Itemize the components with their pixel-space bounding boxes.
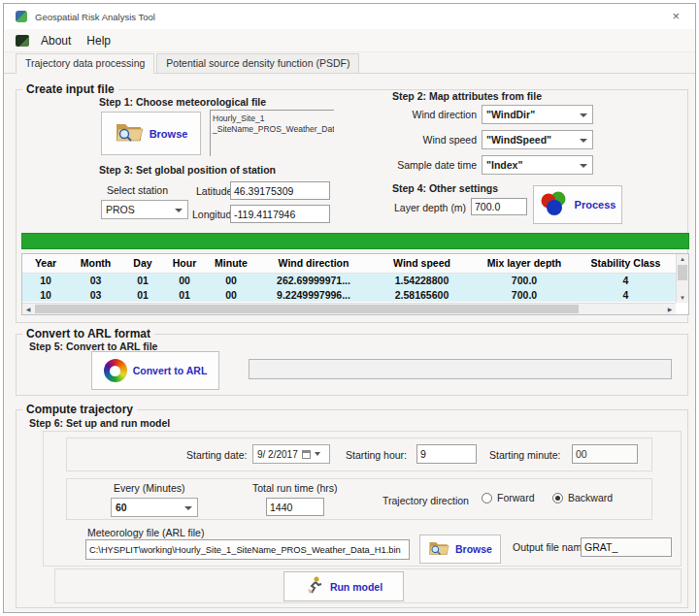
run-model-button[interactable]: Run model: [283, 571, 404, 601]
table-cell: 4: [576, 287, 676, 302]
chevron-down-icon: [315, 452, 320, 456]
close-icon[interactable]: ×: [664, 7, 687, 26]
menu-about[interactable]: About: [33, 32, 79, 49]
about-menu-icon: [16, 35, 29, 47]
table-cell: 00: [163, 273, 206, 287]
sample-date-time-selected-value: "Index": [486, 159, 522, 171]
file-name-line1: Hourly_Site_1: [213, 113, 332, 124]
total-run-time-label: Total run time (hrs): [252, 482, 338, 494]
layer-depth-label: Layer depth (m): [394, 202, 466, 213]
step6-title: Step 6: Set up and run model: [29, 417, 170, 429]
radio-forward[interactable]: Forward: [482, 492, 535, 503]
station-select[interactable]: PROS: [101, 200, 188, 219]
latitude-label: Latitude: [196, 185, 232, 197]
starting-hour-field[interactable]: [416, 444, 477, 464]
scroll-left-icon[interactable]: ◀: [22, 304, 34, 314]
table-cell: 262.69999971...: [256, 273, 371, 287]
processing-progress-bar: [21, 233, 689, 249]
chevron-down-icon: [184, 506, 192, 510]
folder-search-icon: [115, 120, 144, 146]
process-button-label: Process: [575, 199, 616, 211]
column-header: Month: [69, 254, 122, 273]
chevron-down-icon: [175, 209, 183, 212]
tab-trajectory-data-processing[interactable]: Trajectory data processing: [16, 53, 154, 74]
radio-backward[interactable]: Backward: [552, 492, 613, 503]
column-header: Mix layer depth: [473, 254, 576, 273]
run-model-button-label: Run model: [330, 581, 383, 593]
chevron-down-icon: [580, 113, 587, 117]
column-header: Day: [122, 254, 163, 273]
layer-depth-field[interactable]: [471, 198, 527, 215]
every-minutes-label: Every (Minutes): [114, 482, 185, 494]
table-cell: 1.54228800: [371, 273, 473, 287]
starting-date-label: Starting date:: [186, 449, 247, 461]
step4-title: Step 4: Other settings: [392, 182, 498, 194]
horizontal-scrollbar[interactable]: ◀ ▶: [22, 303, 676, 314]
convert-progress-bar: [249, 359, 672, 379]
table-cell: 00: [206, 273, 256, 287]
table-cell: 03: [69, 273, 122, 287]
app-icon: [16, 11, 27, 22]
table-cell: 700.0: [473, 287, 576, 302]
meteorology-file-label: Meteorology file (ARL file): [87, 527, 204, 538]
sample-date-time-label: Sample date time: [373, 159, 477, 171]
backward-radio-label: Backward: [568, 492, 613, 503]
vertical-scroll-thumb[interactable]: [678, 265, 687, 280]
column-header: Hour: [163, 254, 206, 273]
table-cell: 01: [122, 273, 163, 287]
scroll-right-icon[interactable]: ▶: [664, 304, 676, 314]
wind-direction-select[interactable]: "WindDir": [482, 105, 593, 124]
table-row[interactable]: 10030101009.2249997996...2.58165600700.0…: [22, 287, 676, 302]
chevron-down-icon: [580, 164, 587, 168]
color-ring-icon: [104, 359, 127, 382]
scroll-up-icon[interactable]: ▲: [677, 254, 688, 264]
runner-icon: [305, 575, 324, 599]
wind-speed-label: Wind speed: [373, 134, 477, 146]
group-title: Create input file: [22, 82, 118, 96]
column-header: Year: [22, 254, 69, 273]
starting-date-picker[interactable]: 9/ 2/2017: [252, 444, 330, 464]
horizontal-scroll-thumb[interactable]: [35, 305, 579, 313]
table-row[interactable]: 1003010000262.69999971...1.54228800700.0…: [22, 273, 676, 287]
column-header: Wind speed: [371, 254, 473, 273]
step3-title: Step 3: Set global position of station: [99, 164, 276, 176]
chevron-down-icon: [580, 139, 587, 143]
group-title: Convert to ARL format: [22, 327, 154, 340]
folder-search-icon: [428, 539, 449, 560]
wind-direction-selected-value: "WindDir": [486, 109, 535, 120]
table-header-row: YearMonthDayHourMinuteWind directionWind…: [22, 254, 676, 273]
step2-title: Step 2: Map attributes from file: [392, 90, 542, 102]
convert-to-arl-button[interactable]: Convert to ARL: [91, 351, 219, 390]
every-minutes-select[interactable]: 60: [111, 498, 198, 517]
browse-arl-file-button[interactable]: Browse: [419, 535, 501, 564]
table-cell: 4: [576, 273, 676, 287]
wind-speed-select[interactable]: "WindSpeed": [482, 130, 593, 149]
rgb-circles-icon: [540, 190, 569, 220]
latitude-field[interactable]: [230, 181, 330, 200]
vertical-scrollbar[interactable]: ▲ ▼: [676, 254, 688, 303]
starting-minute-label: Starting minute:: [489, 449, 561, 461]
table-cell: 03: [69, 287, 122, 302]
scroll-down-icon[interactable]: ▼: [677, 293, 688, 303]
browse-button-label: Browse: [455, 543, 492, 555]
station-selected-value: PROS: [106, 204, 135, 215]
table-cell: 01: [163, 287, 206, 302]
sample-date-time-select[interactable]: "Index": [482, 155, 593, 175]
total-run-time-field[interactable]: [266, 498, 324, 516]
tab-psdf[interactable]: Potential source density function (PSDF): [156, 53, 359, 73]
browse-button-label: Browse: [150, 128, 188, 140]
column-header: Minute: [206, 254, 256, 273]
menu-help[interactable]: Help: [79, 32, 118, 49]
trajectory-direction-label: Trajectory direction: [383, 495, 469, 506]
meteorology-file-field[interactable]: [85, 539, 410, 560]
process-button[interactable]: Process: [533, 185, 622, 224]
weather-data-table: YearMonthDayHourMinuteWind directionWind…: [22, 254, 676, 302]
starting-minute-field[interactable]: [572, 444, 638, 464]
table-cell: 01: [122, 287, 163, 302]
column-header: Wind direction: [256, 254, 371, 273]
output-prefix-field[interactable]: [581, 537, 672, 557]
browse-meteorological-file-button[interactable]: Browse: [101, 112, 201, 155]
table-cell: 10: [22, 287, 69, 302]
starting-hour-label: Starting hour:: [346, 449, 407, 461]
longitude-field[interactable]: [230, 205, 330, 223]
